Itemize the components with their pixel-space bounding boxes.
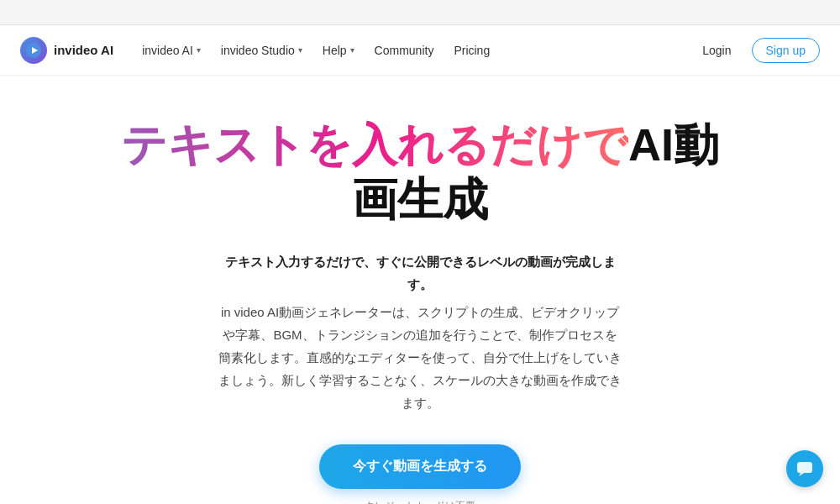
logo-area[interactable]: invideo AI bbox=[20, 37, 113, 64]
no-credit-label: クレジットカードは不要 bbox=[365, 499, 475, 504]
logo-text: invideo AI bbox=[54, 43, 113, 57]
browser-top-bar bbox=[0, 0, 840, 25]
signup-button[interactable]: Sign up bbox=[752, 38, 820, 63]
nav-item-pricing[interactable]: Pricing bbox=[445, 39, 498, 62]
nav-item-invideo-studio[interactable]: invideo Studio ▾ bbox=[213, 39, 311, 62]
chevron-down-icon: ▾ bbox=[298, 45, 302, 55]
chevron-down-icon: ▾ bbox=[197, 45, 201, 55]
hero-description-highlight: テキスト入力するだけで、すぐに公開できるレベルの動画が完成します。 bbox=[218, 250, 622, 296]
nav-item-community[interactable]: Community bbox=[366, 39, 443, 62]
hero-title: テキストを入れるだけでAI動画生成 bbox=[118, 118, 722, 227]
nav-item-invideo-ai[interactable]: invideo AI ▾ bbox=[134, 39, 209, 62]
login-button[interactable]: Login bbox=[692, 39, 741, 62]
nav-auth: Login Sign up bbox=[692, 38, 820, 63]
svg-marker-3 bbox=[799, 473, 804, 476]
nav-links: invideo AI ▾ invideo Studio ▾ Help ▾ Com… bbox=[134, 39, 692, 62]
svg-rect-2 bbox=[797, 462, 812, 473]
navbar: invideo AI invideo AI ▾ invideo Studio ▾… bbox=[0, 25, 840, 76]
hero-section: テキストを入れるだけでAI動画生成 テキスト入力するだけで、すぐに公開できるレベ… bbox=[0, 76, 840, 504]
chat-bubble-button[interactable] bbox=[786, 450, 823, 487]
chevron-down-icon: ▾ bbox=[350, 45, 354, 55]
cta-button[interactable]: 今すぐ動画を生成する bbox=[319, 444, 521, 489]
hero-description: テキスト入力するだけで、すぐに公開できるレベルの動画が完成します。 in vid… bbox=[218, 250, 622, 414]
logo-icon bbox=[20, 37, 47, 64]
nav-item-help[interactable]: Help ▾ bbox=[314, 39, 363, 62]
hero-description-body: in video AI動画ジェネレーターは、スクリプトの生成、ビデオクリップや字… bbox=[218, 301, 622, 414]
hero-title-gradient: テキストを入れるだけで bbox=[121, 119, 628, 170]
